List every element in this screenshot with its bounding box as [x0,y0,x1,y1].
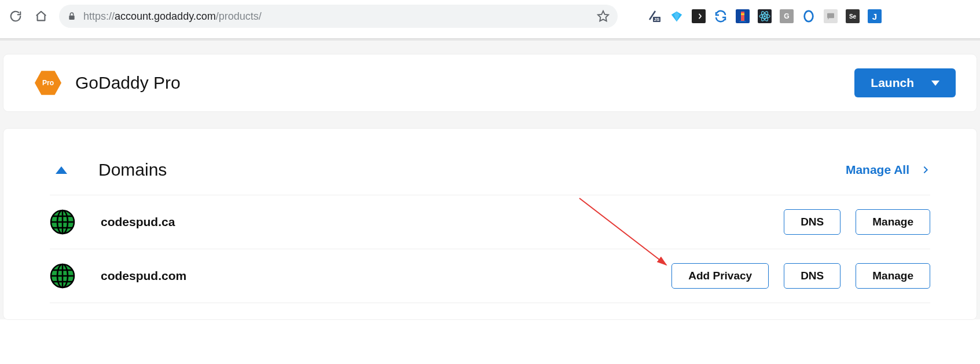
url-scheme: https:// [83,10,115,22]
launch-button-label: Launch [871,76,914,90]
svg-rect-14 [827,13,834,19]
home-button[interactable] [34,9,49,24]
caret-down-icon [931,81,939,86]
manage-all-link[interactable]: Manage All [846,163,930,177]
svg-point-9 [764,15,766,17]
reload-button[interactable] [8,9,23,24]
chat-extension-icon[interactable] [824,9,838,23]
react-extension-icon[interactable] [758,9,772,23]
pro-badge-label: Pro [35,70,61,96]
j-extension-icon[interactable]: J [868,9,882,23]
domains-section-header: Domains Manage All [50,152,930,195]
domains-title: Domains [98,160,846,180]
address-bar[interactable]: https://account.godaddy.com/products/ [59,5,618,28]
domain-row: codespud.com Add Privacy DNS Manage [50,249,930,303]
lighthouse-extension-icon[interactable] [736,9,750,23]
svg-marker-8 [739,21,746,22]
gem-extension-icon[interactable] [670,9,684,23]
chevron-right-icon [921,165,930,174]
svg-text:JS: JS [654,17,660,22]
globe-icon [50,209,75,235]
svg-point-13 [805,11,813,21]
domains-card: Domains Manage All codespud.ca DNS Manag… [3,129,977,319]
browser-toolbar: https://account.godaddy.com/products/ JS… [0,0,980,38]
page-content: Pro GoDaddy Pro Launch Domains Manage Al… [0,41,980,319]
pro-card-title: GoDaddy Pro [75,73,854,93]
code-extension-icon[interactable] [692,9,706,23]
svg-rect-6 [741,12,744,21]
url-host: account.godaddy.com [115,10,216,22]
sync-extension-icon[interactable] [714,9,728,23]
domain-name: codespud.com [101,269,656,283]
godaddy-pro-card: Pro GoDaddy Pro Launch [3,54,977,111]
svg-rect-0 [69,16,74,20]
lock-icon [67,12,76,21]
manage-all-label: Manage All [846,163,909,177]
add-privacy-button[interactable]: Add Privacy [671,263,769,289]
dns-button[interactable]: DNS [784,263,840,289]
domain-row: codespud.ca DNS Manage [50,195,930,249]
g-extension-icon[interactable]: G [780,9,794,23]
domain-name: codespud.ca [101,215,769,229]
bookmark-star-icon[interactable] [597,10,610,23]
launch-button[interactable]: Launch [854,68,956,97]
url-path: /products/ [216,10,262,22]
manage-button[interactable]: Manage [856,209,930,235]
dns-button[interactable]: DNS [784,209,840,235]
globe-icon [50,263,75,289]
svg-rect-7 [741,13,744,15]
selenium-extension-icon[interactable]: Se [846,9,860,23]
o-extension-icon[interactable] [802,9,816,23]
svg-marker-1 [598,11,608,21]
manage-button[interactable]: Manage [856,263,930,289]
js-extension-icon[interactable]: JS [648,9,662,23]
url-text: https://account.godaddy.com/products/ [83,10,590,23]
pro-badge-icon: Pro [35,70,61,96]
collapse-up-icon[interactable] [56,166,67,174]
extensions-tray: JS G Se J [648,9,882,23]
